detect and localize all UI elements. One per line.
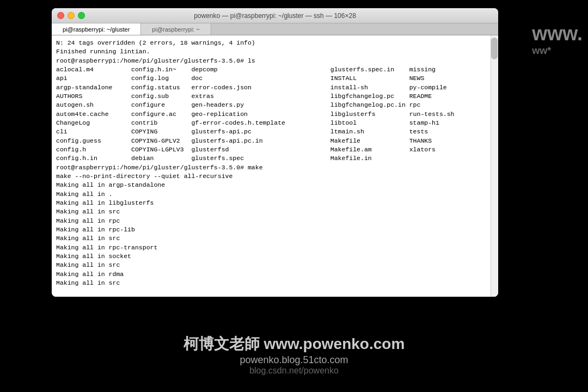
watermark-main: 柯博文老師 www.powenko.com <box>183 334 405 354</box>
terminal-line: ChangeLog contrib gf-error-codes.h.templ… <box>56 119 494 127</box>
terminal-line: N: 24 tags overridden (2 errors, 18 warn… <box>56 39 494 47</box>
terminal-line: api config.log doc INSTALL NEWS <box>56 74 494 83</box>
terminal-line: root@raspberrypi:/home/pi/gluster/gluste… <box>56 57 494 65</box>
watermark-top-line2: ww* <box>532 45 583 57</box>
terminal-line: Finished running lintian. <box>56 47 494 56</box>
terminal-line: Making all in socket <box>56 252 494 261</box>
terminal-line: config.h.in debian glusterfs.spec Makefi… <box>56 154 494 163</box>
close-button[interactable] <box>57 12 64 19</box>
terminal-line: config.h COPYING-LGPLV3 glusterfsd Makef… <box>56 145 494 154</box>
terminal-line: Making all in src <box>56 234 494 243</box>
tab-home[interactable]: pi@raspberrypi: ~ <box>141 23 211 35</box>
terminal-line: aclocal.m4 config.h.in~ depcomp glusterf… <box>56 65 494 74</box>
terminal-line: autogen.sh configure gen-headers.py libg… <box>56 101 494 109</box>
terminal-line: Making all in rdma <box>56 270 494 279</box>
terminal-line: Making all in src <box>56 279 494 287</box>
scrollbar-thumb[interactable] <box>491 38 498 59</box>
window-title: powenko — pi@raspberrypi: ~/gluster — ss… <box>194 12 356 20</box>
terminal-line: Making all in rpc-transport <box>56 243 494 252</box>
terminal-line: AUTHORS config.sub extras libgfchangelog… <box>56 92 494 101</box>
terminal-content[interactable]: N: 24 tags overridden (2 errors, 18 warn… <box>52 35 498 297</box>
terminal-line: Making all in argp-standalone <box>56 181 494 189</box>
terminal-line: Making all in rpc-lib <box>56 225 494 234</box>
terminal-output: N: 24 tags overridden (2 errors, 18 warn… <box>56 39 494 287</box>
watermark-sub2: blog.csdn.net/powenko <box>183 366 405 376</box>
terminal-line: Making all in src <box>56 261 494 270</box>
watermark-top: www. ww* <box>532 22 583 57</box>
title-bar: powenko — pi@raspberrypi: ~/gluster — ss… <box>52 8 498 23</box>
terminal-line: Making all in . <box>56 190 494 199</box>
terminal-line: argp-standalone config.status error-code… <box>56 83 494 92</box>
terminal-window: powenko — pi@raspberrypi: ~/gluster — ss… <box>52 8 498 297</box>
maximize-button[interactable] <box>78 12 85 19</box>
watermark-top-line1: www. <box>532 22 583 45</box>
tab-bar: pi@raspberrypi: ~/gluster pi@raspberrypi… <box>52 23 498 35</box>
terminal-line: Making all in libglusterfs <box>56 199 494 207</box>
minimize-button[interactable] <box>68 12 75 19</box>
terminal-line: make --no-print-directory --quiet all-re… <box>56 172 494 181</box>
terminal-line: root@raspberrypi:/home/pi/gluster/gluste… <box>56 163 494 172</box>
terminal-line: Making all in rpc <box>56 217 494 225</box>
terminal-line: autom4te.cache configure.ac geo-replicat… <box>56 110 494 119</box>
watermark-sub1: powenko.blog.51cto.com <box>183 354 405 366</box>
watermark-bottom: 柯博文老師 www.powenko.com powenko.blog.51cto… <box>183 334 405 376</box>
terminal-line: Making all in src <box>56 207 494 216</box>
scrollbar-track[interactable] <box>491 35 498 297</box>
terminal-line: cli COPYING glusterfs-api.pc ltmain.sh t… <box>56 127 494 136</box>
terminal-line: config.guess COPYING-GPLV2 glusterfs-api… <box>56 137 494 145</box>
tab-gluster[interactable]: pi@raspberrypi: ~/gluster <box>52 23 141 35</box>
traffic-lights <box>57 12 85 19</box>
